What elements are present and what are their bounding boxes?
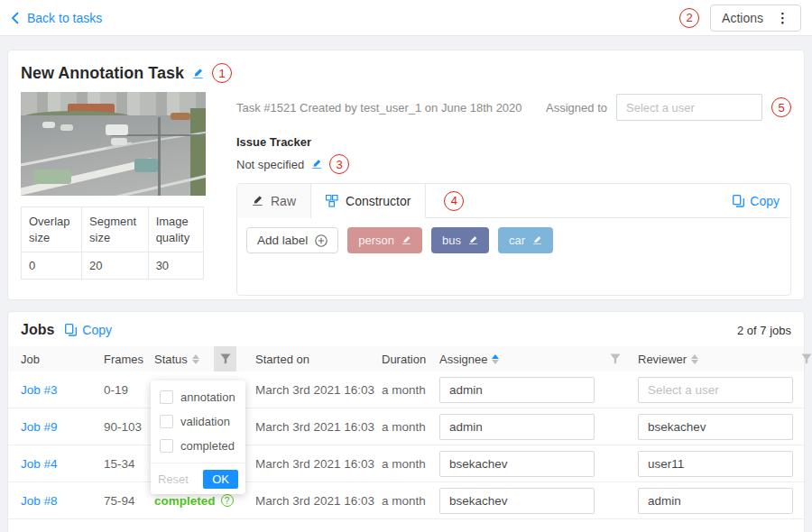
param-header-segment: Segment size [82, 207, 149, 252]
assignee-sort-icon[interactable] [492, 354, 499, 364]
job-3-duration: a month [382, 383, 439, 397]
filter-option-annotation-label: annotation [180, 390, 235, 404]
param-value-segment: 20 [82, 252, 149, 280]
job-row-8: Job #8 75-94 completed ? March 3rd 2021 … [8, 482, 804, 519]
job-3-started: March 3rd 2021 16:03 [255, 383, 382, 397]
status-sort-icon[interactable] [192, 354, 199, 364]
job-row-3: Job #3 0-19 March 3rd 2021 16:03 a month [8, 371, 804, 408]
filter-option-annotation[interactable]: annotation [151, 385, 245, 409]
column-header-assignee[interactable]: Assignee [439, 353, 604, 366]
filter-reset-button[interactable]: Reset [158, 472, 189, 486]
plus-circle-icon [315, 234, 328, 247]
column-header-started[interactable]: Started on [255, 353, 382, 366]
tab-raw-label: Raw [271, 194, 296, 208]
top-navigation-bar: Back to tasks 2 Actions ⋮ [0, 0, 812, 36]
job-9-reviewer-input[interactable] [638, 414, 793, 440]
job-8-status: completed ? [154, 494, 255, 508]
task-assignee-input[interactable] [616, 94, 762, 121]
completed-checkbox[interactable] [160, 439, 173, 453]
labels-copy-link[interactable]: Copy [733, 194, 780, 208]
job-8-link[interactable]: Job #8 [21, 494, 104, 508]
job-4-started: March 3rd 2021 16:03 [255, 457, 382, 471]
validation-checkbox[interactable] [160, 415, 173, 428]
tab-constructor-label: Constructor [346, 194, 411, 208]
annotation-mark-4: 4 [444, 191, 464, 211]
annotation-checkbox[interactable] [160, 390, 173, 404]
tab-constructor[interactable]: Constructor [311, 184, 426, 218]
filter-option-completed-label: completed [180, 439, 235, 453]
reviewer-filter-icon[interactable] [800, 346, 812, 371]
edit-label-car-icon[interactable] [532, 235, 542, 245]
job-9-started: March 3rd 2021 16:03 [255, 420, 382, 434]
job-3-frames: 0-19 [104, 383, 154, 397]
status-filter-icon[interactable] [214, 346, 236, 371]
jobs-table-header: Job Frames Status Started on Duration As… [8, 346, 804, 371]
job-8-assignee-input[interactable] [439, 488, 595, 514]
edit-label-person-icon[interactable] [401, 235, 411, 245]
job-9-link[interactable]: Job #9 [21, 420, 104, 434]
label-chip-person[interactable]: person [347, 227, 422, 253]
issue-tracker-value: Not specified [236, 158, 304, 171]
label-bus-name: bus [442, 234, 461, 247]
job-4-duration: a month [382, 457, 439, 471]
job-3-link[interactable]: Job #3 [21, 383, 104, 397]
job-4-assignee-input[interactable] [439, 451, 595, 477]
annotation-mark-3: 3 [329, 154, 349, 174]
job-9-duration: a month [382, 420, 439, 434]
column-header-duration[interactable]: Duration [382, 353, 439, 366]
add-label-text: Add label [257, 234, 308, 247]
annotation-mark-2: 2 [679, 8, 699, 28]
label-chip-bus[interactable]: bus [431, 227, 489, 253]
param-value-overlap: 0 [22, 252, 82, 280]
actions-button[interactable]: Actions ⋮ [710, 5, 801, 32]
job-3-assignee-input[interactable] [439, 377, 595, 403]
job-4-reviewer-input[interactable] [638, 451, 793, 477]
job-8-duration: a month [382, 494, 439, 508]
job-8-reviewer-input[interactable] [638, 488, 793, 514]
task-details-card: New Annotation Task 1 [7, 50, 805, 300]
job-4-frames: 15-34 [104, 457, 154, 471]
annotation-mark-1: 1 [212, 63, 232, 83]
column-header-frames[interactable]: Frames [104, 353, 154, 366]
param-value-quality: 30 [148, 252, 203, 280]
column-header-job[interactable]: Job [21, 353, 104, 366]
back-to-tasks-label: Back to tasks [27, 11, 102, 25]
job-3-reviewer-input[interactable] [638, 377, 793, 403]
copy-icon [733, 195, 744, 207]
add-label-button[interactable]: Add label [246, 227, 338, 253]
jobs-card: Jobs Copy 2 of 7 jobs Job Frames Status … [7, 311, 805, 532]
more-vertical-icon: ⋮ [776, 10, 789, 26]
job-9-frames: 90-103 [104, 420, 154, 434]
filter-option-validation[interactable]: validation [151, 409, 245, 434]
column-header-status[interactable]: Status [154, 353, 214, 366]
job-4-link[interactable]: Job #4 [21, 457, 104, 471]
task-title: New Annotation Task [21, 64, 184, 83]
param-header-overlap: Overlap size [22, 207, 82, 252]
back-to-tasks-link[interactable]: Back to tasks [11, 11, 102, 25]
edit-label-bus-icon[interactable] [468, 235, 478, 245]
question-circle-icon[interactable]: ? [221, 494, 234, 507]
status-filter-dropdown: annotation validation completed Reset OK [151, 381, 245, 494]
raw-pencil-icon [252, 195, 263, 206]
filter-ok-button[interactable]: OK [203, 470, 238, 489]
job-9-assignee-input[interactable] [439, 414, 595, 440]
reviewer-sort-icon[interactable] [691, 354, 698, 364]
constructor-blocks-icon [326, 195, 338, 207]
jobs-copy-label: Copy [82, 323, 112, 337]
edit-issue-tracker-icon[interactable] [311, 159, 322, 170]
column-header-reviewer[interactable]: Reviewer [638, 353, 800, 366]
task-meta-text: Task #1521 Created by test_user_1 on Jun… [236, 101, 546, 115]
label-person-name: person [358, 234, 394, 247]
job-row-9: Job #9 90-103 March 3rd 2021 16:03 a mon… [8, 408, 804, 445]
edit-task-name-icon[interactable] [192, 68, 204, 79]
jobs-copy-link[interactable]: Copy [65, 323, 112, 337]
label-car-name: car [509, 234, 525, 247]
issue-tracker-label: Issue Tracker [236, 135, 791, 149]
tab-raw[interactable]: Raw [237, 184, 311, 218]
label-chip-car[interactable]: car [498, 227, 553, 253]
copy-icon [65, 324, 77, 336]
labels-editor: Raw Constructor 4 C [236, 183, 791, 296]
filter-option-completed[interactable]: completed [151, 434, 245, 458]
assignee-filter-icon[interactable] [604, 346, 626, 371]
assigned-to-label: Assigned to [546, 101, 607, 115]
